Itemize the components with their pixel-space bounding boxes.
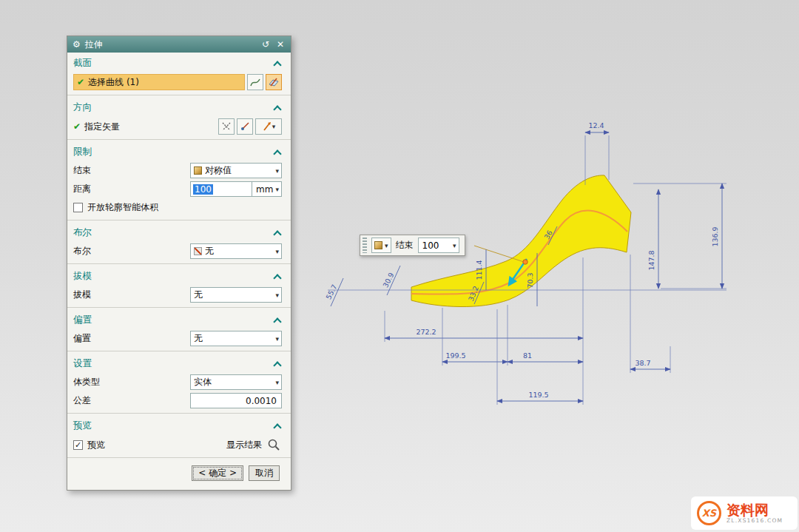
select-curve-row[interactable]: ✔ 选择曲线 (1) [73,74,245,90]
offset-group-header[interactable]: 偏置 [67,309,291,329]
watermark: XS 资料网 ZL.XS1616.COM [691,496,798,530]
unit-dropdown[interactable]: mm ▾ [252,181,282,197]
floating-limit-toolbar[interactable]: ▾ 结束 100 ▾ [360,235,465,256]
preview-checkbox[interactable]: ✓ [73,440,83,450]
point-vector-icon [240,121,250,132]
vector-constructor-icon [221,121,232,132]
dialog-title: 拉伸 [85,38,256,51]
check-icon: ✓ [75,441,81,449]
curve-icon [249,76,261,88]
select-curve-label: 选择曲线 (1) [88,76,139,89]
chevron-down-icon: ▾ [275,248,279,255]
dimension-label: 55.7 [324,283,338,300]
chevron-up-icon[interactable] [273,61,281,69]
dimension-label: 30.9 [381,271,395,289]
tolerance-label: 公差 [73,394,91,407]
extrude-dialog: ⚙ 拉伸 ↺ ✕ 截面 ✔ 选择曲线 (1) [67,36,291,491]
toolbar-grip-handle[interactable] [363,238,367,253]
magnifier-icon [267,438,280,451]
chevron-up-icon[interactable] [273,317,281,326]
preview-label: 预览 [87,439,105,451]
end-label: 结束 [396,239,414,252]
dimension-label: 136.9 [711,226,719,246]
cad-application-window: 12.4 36 136.9 147.8 111.4 70.3 33.2 30. [0,0,799,532]
sketch-icon [268,76,280,88]
chevron-up-icon[interactable] [273,274,281,282]
distance-value: 100 [422,240,453,251]
watermark-logo: XS [697,501,721,525]
preview-group-header[interactable]: 预览 [67,415,291,435]
dimension-label: 12.4 [588,121,604,129]
chevron-up-icon[interactable] [273,149,281,158]
chevron-up-icon[interactable] [273,361,281,369]
draft-group-header[interactable]: 拔模 [67,266,291,286]
ok-button[interactable]: < 确定 > [192,465,243,481]
open-profile-label: 开放轮廓智能体积 [87,201,158,214]
limit-type-dropdown[interactable]: ▾ [371,238,391,253]
cancel-button[interactable]: 取消 [249,465,280,481]
chevron-up-icon[interactable] [273,230,281,238]
distance-value-dropdown[interactable]: 100 ▾ [418,238,459,253]
dialog-titlebar[interactable]: ⚙ 拉伸 ↺ ✕ [67,36,291,53]
check-icon: ✔ [77,77,84,87]
reset-button[interactable]: ↺ [260,39,271,50]
offset-dropdown[interactable]: 无 ▾ [190,331,282,346]
chevron-up-icon[interactable] [273,423,281,431]
vector-arrow-icon [262,121,272,132]
direction-group-header[interactable]: 方向 [67,97,291,117]
chevron-down-icon: ▾ [272,123,276,130]
vector-dialog-button[interactable] [218,118,235,135]
dimension-label: 70.3 [526,272,534,288]
chevron-down-icon: ▾ [385,242,388,249]
distance-label: 距离 [73,183,91,195]
specify-vector-label: 指定矢量 [84,121,120,133]
draft-dropdown[interactable]: 无 ▾ [190,287,282,303]
vector-type-dropdown[interactable]: ▾ [255,118,282,135]
watermark-name: 资料网 [726,502,783,518]
dimension-label: 147.8 [647,250,655,270]
toolbar-leader-line [474,246,524,262]
body-type-dropdown[interactable]: 实体 ▾ [190,374,282,390]
symmetric-value-icon [194,166,202,175]
end-label: 结束 [73,164,91,177]
show-result-label: 显示结果 [226,439,262,451]
gear-icon: ⚙ [73,39,81,50]
offset-label: 偏置 [73,332,91,345]
dimension-label: 272.2 [416,328,436,336]
draft-label: 拔模 [73,289,91,301]
chevron-down-icon: ▾ [275,292,279,299]
body-type-label: 体类型 [73,376,100,388]
open-profile-checkbox[interactable] [73,203,83,212]
dimension-label: 111.4 [475,260,483,280]
symmetric-value-icon [374,241,382,249]
chevron-down-icon: ▾ [275,186,279,193]
show-result-button[interactable] [266,437,282,453]
chevron-down-icon: ▾ [453,242,456,249]
inferred-vector-button[interactable] [237,118,253,135]
handle-point [523,260,527,264]
dimension-label: 199.5 [445,351,465,360]
sketch-section-button[interactable] [266,74,282,90]
distance-input[interactable]: 100 [190,181,252,197]
boolean-dropdown[interactable]: 无 ▾ [190,243,282,259]
close-button[interactable]: ✕ [275,39,286,50]
dimension-label: 119.5 [528,391,548,399]
watermark-url: ZL.XS1616.COM [726,517,783,524]
tolerance-input[interactable]: 0.0010 [190,393,282,408]
section-group-header[interactable]: 截面 [67,53,291,73]
curve-rule-button[interactable] [247,74,263,90]
settings-group-header[interactable]: 设置 [67,353,291,373]
boolean-none-icon [194,247,202,255]
chevron-down-icon: ▾ [275,167,279,175]
limits-group-header[interactable]: 限制 [67,141,291,161]
dimension-label: 81 [523,351,532,360]
chevron-down-icon: ▾ [275,379,279,386]
dimension-label: 38.7 [635,359,650,367]
chevron-up-icon[interactable] [273,105,281,113]
chevron-down-icon: ▾ [275,335,279,343]
boolean-label: 布尔 [73,245,91,257]
end-type-dropdown[interactable]: 对称值 ▾ [190,163,282,178]
boolean-group-header[interactable]: 布尔 [67,222,291,242]
check-icon: ✔ [73,121,81,132]
